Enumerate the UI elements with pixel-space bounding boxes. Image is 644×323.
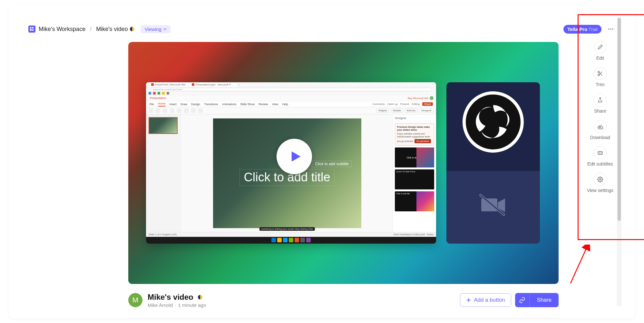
link-icon (519, 297, 525, 303)
header-bar: Mike's Workspace / Mike's video Viewing … (28, 24, 616, 34)
timestamp: 1 minute ago (178, 302, 206, 308)
powerpoint-icon (151, 83, 154, 86)
breadcrumb-workspace[interactable]: Mike's Workspace (39, 26, 85, 33)
premium-callout: Premium Design ideas make your slides sh… (395, 123, 434, 146)
pencil-icon (597, 44, 603, 50)
tool-icon (163, 108, 167, 113)
svg-point-11 (598, 74, 600, 76)
svg-point-13 (600, 179, 601, 180)
cc-icon (597, 150, 603, 156)
tool-icon (198, 108, 203, 113)
info-actions: Add a button Share (460, 293, 559, 307)
tool-icon (149, 108, 153, 113)
share-icon (597, 97, 603, 103)
view-settings-action[interactable]: View settings (587, 173, 613, 193)
download-action[interactable]: Download (590, 120, 610, 140)
vertical-scrollbar[interactable] (617, 17, 621, 306)
go-premium-btn: Go premium (415, 139, 431, 143)
share-group: Share (515, 293, 559, 307)
ellipsis-icon (608, 26, 614, 32)
bookmark-icon (158, 92, 160, 95)
design-suggestion-2: CLICK TO ADD TITLE (395, 169, 434, 189)
breadcrumb-separator: / (90, 26, 92, 33)
play-icon (289, 150, 302, 163)
status-bar: Slide 1 of 1 English (US) Give Feedback … (146, 232, 436, 237)
copy-link-button[interactable] (515, 293, 530, 307)
header-right: Tella ProTrial (563, 24, 616, 34)
svg-rect-1 (32, 27, 34, 28)
pro-label: Tella Pro (567, 26, 587, 32)
svg-rect-3 (32, 29, 34, 31)
tella-pro-badge[interactable]: Tella ProTrial (563, 25, 601, 34)
share-button[interactable]: Share (530, 293, 559, 307)
subtitle-placeholder: Click to add subtitle (312, 161, 351, 167)
privacy-dot-icon (130, 27, 134, 31)
buy-ms365-link: Buy Microsoft 365 (408, 97, 428, 100)
divider (128, 318, 559, 318)
workspace-icon[interactable] (28, 25, 35, 33)
new-tab-icon: + (239, 83, 240, 86)
ppt-app-header: Presentation Buy Microsoft 365 (146, 95, 436, 101)
svg-rect-0 (30, 27, 31, 28)
author-avatar[interactable]: M (128, 293, 142, 307)
url-field: onedrive.live.com/edit.aspx?resid=... (151, 88, 432, 91)
bookmark-icon (162, 92, 165, 95)
video-player[interactable]: PowerPoint | Microsoft 365 Presentation.… (128, 42, 559, 284)
edit-subtitles-action[interactable]: Edit subtitles (587, 146, 613, 167)
taskbar-icon (289, 238, 293, 242)
ppt-toolbar: Shapes Dictate Add-ins Designer (146, 107, 436, 115)
obs-logo (463, 91, 524, 153)
app-frame: Mike's Workspace / Mike's video Viewing … (9, 5, 635, 318)
gear-icon (597, 177, 603, 182)
browser-tab-strip: PowerPoint | Microsoft 365 Presentation.… (146, 82, 436, 87)
taskbar-icon (306, 238, 311, 242)
share-action[interactable]: Share (594, 94, 607, 114)
bookmark-icon (153, 92, 156, 95)
camera-panel (446, 82, 540, 244)
taskbar-icon (283, 238, 288, 242)
pro-suffix: Trial (588, 26, 598, 32)
viewing-label: Viewing (145, 26, 161, 32)
action-sidebar: Edit Trim Share Download Edit subtitles … (584, 41, 616, 193)
viewing-status-pill[interactable]: Viewing (141, 25, 171, 33)
svg-rect-7 (481, 198, 497, 211)
design-suggestion-1: Click to add title (395, 147, 434, 167)
powerpoint-icon (192, 83, 194, 86)
slide-thumbnails (146, 115, 181, 232)
chevron-down-icon (163, 27, 167, 31)
ppt-ribbon-tabs: File Home Insert Draw Design Transitions… (146, 101, 436, 107)
obs-icon (469, 98, 517, 146)
author-name: Mike Arnold (148, 302, 173, 308)
tool-icon (170, 108, 174, 113)
scrollbar-thumb[interactable] (618, 18, 621, 221)
download-icon (597, 124, 603, 129)
taskbar-icon (277, 238, 282, 242)
plus-icon (466, 298, 471, 303)
tool-icon (184, 108, 189, 113)
user-avatar-icon (430, 96, 434, 100)
breadcrumb-video[interactable]: Mike's video (96, 26, 128, 33)
bookmarks-bar (146, 92, 436, 96)
edit-action[interactable]: Edit (594, 41, 607, 61)
tool-icon (177, 108, 181, 113)
designer-header: Designer (395, 116, 434, 121)
add-a-button[interactable]: Add a button (460, 293, 511, 307)
video-title: Mike's video (148, 293, 193, 302)
svg-rect-2 (30, 29, 32, 31)
video-meta: Mike's video Mike Arnold·1 minute ago (148, 293, 206, 308)
svg-point-10 (598, 71, 600, 73)
svg-point-4 (608, 28, 609, 29)
slide-canvas: Click to add subtitle Click to add title… (181, 115, 393, 232)
bookmark-icon (167, 92, 169, 95)
tool-icon (191, 108, 196, 113)
play-button[interactable] (277, 139, 312, 174)
more-menu-button[interactable] (606, 24, 616, 34)
svg-point-5 (610, 28, 611, 29)
slide-thumb-1 (149, 117, 178, 134)
svg-rect-12 (598, 152, 602, 155)
breadcrumb: Mike's Workspace / Mike's video (39, 26, 134, 33)
trim-action[interactable]: Trim (594, 67, 607, 87)
tool-icon (156, 108, 160, 113)
scissors-icon (597, 71, 603, 76)
camera-off-icon (479, 194, 508, 218)
